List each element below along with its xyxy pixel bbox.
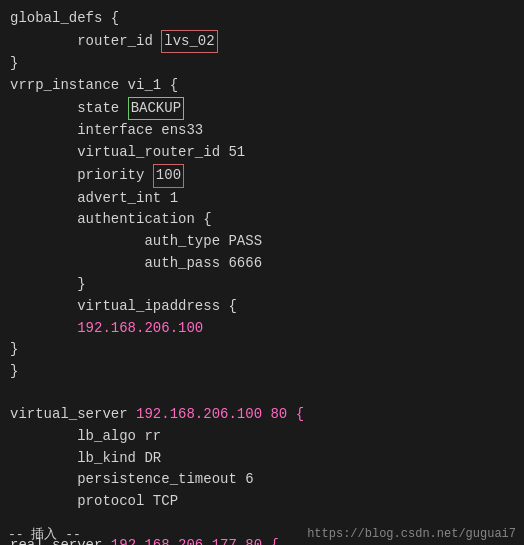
code-line: router_id lvs_02 [10,30,514,54]
blog-url: https://blog.csdn.net/guguai7 [307,527,516,541]
code-line: lb_kind DR [10,448,514,470]
code-line: advert_int 1 [10,188,514,210]
code-text: } [10,276,86,292]
code-line: virtual_router_id 51 [10,142,514,164]
code-text: } [10,55,18,71]
code-line: priority 100 [10,164,514,188]
code-text: protocol TCP [10,493,178,509]
code-line: virtual_ipaddress { [10,296,514,318]
code-line: virtual_server 192.168.206.100 80 { [10,404,514,426]
code-text: lb_kind DR [10,450,161,466]
code-text: auth_pass 6666 [10,255,262,271]
code-text: global_defs { [10,10,119,26]
code-line: } [10,274,514,296]
highlight-state: BACKUP [128,97,184,121]
code-text: lb_algo rr [10,428,161,444]
code-line: persistence_timeout 6 [10,469,514,491]
code-text: virtual_ipaddress { [10,298,237,314]
highlight-priority: 100 [153,164,184,188]
ip-address: 192.168.206.100 [10,320,203,336]
code-text: } [10,341,18,357]
insert-mode-label: -- 插入 -- [8,525,81,543]
code-line: protocol TCP [10,491,514,513]
code-text: state BACKUP [10,100,184,116]
code-line: } [10,361,514,383]
code-line: global_defs { [10,8,514,30]
code-line [10,383,514,405]
code-line: } [10,53,514,75]
code-line: } [10,339,514,361]
status-bar: -- 插入 -- https://blog.csdn.net/guguai7 [0,523,524,545]
code-text: advert_int 1 [10,190,178,206]
code-line: authentication { [10,209,514,231]
code-text: vrrp_instance vi_1 { [10,77,178,93]
code-text: priority 100 [10,167,184,183]
code-editor: global_defs { router_id lvs_02 } vrrp_in… [0,0,524,545]
highlight-router-id: lvs_02 [161,30,217,54]
code-line: state BACKUP [10,97,514,121]
code-line: 192.168.206.100 [10,318,514,340]
code-text: auth_type PASS [10,233,262,249]
code-text: virtual_server 192.168.206.100 80 { [10,406,304,422]
code-text: interface ens33 [10,122,203,138]
code-text: virtual_router_id 51 [10,144,245,160]
code-text: router_id lvs_02 [10,33,218,49]
code-text: persistence_timeout 6 [10,471,254,487]
code-text: } [10,363,18,379]
code-line: auth_type PASS [10,231,514,253]
virtual-server-ip: 192.168.206.100 80 { [136,406,304,422]
code-line: auth_pass 6666 [10,253,514,275]
code-line: interface ens33 [10,120,514,142]
code-line: vrrp_instance vi_1 { [10,75,514,97]
code-text: authentication { [10,211,212,227]
code-line: lb_algo rr [10,426,514,448]
